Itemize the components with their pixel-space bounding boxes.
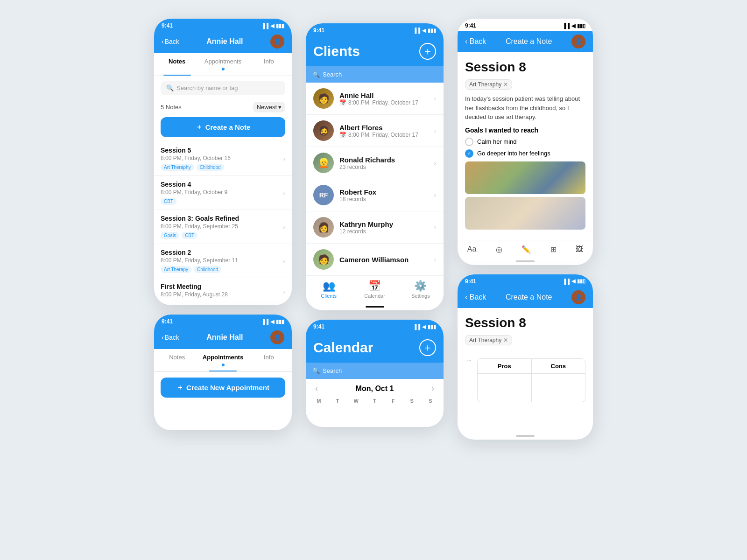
cal-next[interactable]: › xyxy=(431,384,434,393)
note-body-1: In today's session patient was telling a… xyxy=(465,94,585,122)
cal-nav: ‹ Mon, Oct 1 › xyxy=(306,379,444,396)
client-kathryn[interactable]: 👩 Kathryn Murphy 12 records › xyxy=(306,211,444,244)
search-cal[interactable]: 🔍 Search xyxy=(306,363,444,379)
avatar-kathryn: 👩 xyxy=(313,217,334,238)
pros-col[interactable] xyxy=(478,374,532,402)
pros-cons-body[interactable] xyxy=(478,374,585,402)
create-appointment-button[interactable]: ＋ Create New Appointment xyxy=(161,378,285,398)
time-2: 9:41 xyxy=(162,318,173,325)
clients-list: 🧑 Annie Hall 📅 8:00 PM, Friday, October … xyxy=(306,83,444,276)
pen-tool[interactable]: ✏️ xyxy=(521,245,531,254)
pros-cons-header: Pros Cons xyxy=(478,359,585,374)
session-item-5[interactable]: Session 5 8:00 PM, Friday, October 16 Ar… xyxy=(154,142,292,176)
tab-notes-2[interactable]: Notes xyxy=(154,349,200,371)
note-header-2: ‹ Back Create a Note 👤 xyxy=(458,287,593,308)
chevron-2: › xyxy=(283,257,285,265)
nav-title-1: Annie Hall xyxy=(206,37,243,46)
note-content-1: Session 8 Art Theraphy ✕ In today's sess… xyxy=(458,52,593,240)
client-albert[interactable]: 🧔 Albert Flores 📅 8:00 PM, Friday, Octob… xyxy=(306,115,444,147)
calendar-title: Calendar xyxy=(313,340,373,356)
back-button-1[interactable]: ‹ Back xyxy=(162,38,179,45)
session-item-2[interactable]: Session 2 8:00 PM, Friday, September 11 … xyxy=(154,244,292,278)
status-bar-note1: 9:41 ▐▐ ◀ ▮▮▯ xyxy=(458,19,593,31)
clients-phone: 9:41 ▐▐ ◀ ▮▮▮ Clients ＋ 🔍 Search 🧑 Annie xyxy=(306,23,444,310)
tab-appointments-1[interactable]: Appointments xyxy=(200,53,246,76)
grid-tool[interactable]: ⊞ xyxy=(550,245,557,254)
status-bar-cal: 9:41 ▐▐ ◀ ▮▮▮ xyxy=(306,320,444,332)
col-left: 9:41 ▐▐ ◀ ▮▮▮ ‹ Back Annie Hall 👤 Notes xyxy=(154,19,292,430)
time-cal: 9:41 xyxy=(313,323,324,330)
note-avatar-2: 👤 xyxy=(571,290,585,304)
client-ronald[interactable]: 👱 Ronald Richards 23 records › xyxy=(306,147,444,179)
back-button-2[interactable]: ‹ Back xyxy=(162,334,179,341)
image-tool[interactable]: 🖼 xyxy=(576,245,583,253)
bottom-nav-calendar[interactable]: 📅 Calendar xyxy=(352,280,397,299)
tab-info-2[interactable]: Info xyxy=(246,349,292,371)
goal-circle-2[interactable]: ✓ xyxy=(465,149,473,158)
cal-prev[interactable]: ‹ xyxy=(315,384,318,393)
note-back-2[interactable]: ‹ Back xyxy=(465,293,486,301)
search-icon-clients: 🔍 xyxy=(312,71,320,78)
art-image-2 xyxy=(465,197,585,230)
time-1: 9:41 xyxy=(162,22,173,29)
toolbar-row-1: 5 Notes Newest ▾ xyxy=(154,100,292,115)
note-content-2: Session 8 Art Theraphy ✕ ••• Pros Cons xyxy=(458,308,593,413)
search-bar-1[interactable]: 🔍 Search by name or tag xyxy=(161,81,285,95)
goal-circle-1[interactable] xyxy=(465,138,473,146)
tag-remove-1[interactable]: ✕ xyxy=(503,81,508,88)
pros-cons-table: Pros Cons xyxy=(477,358,585,402)
cons-col[interactable] xyxy=(532,374,585,402)
note-header-title-1: Create a Note xyxy=(506,37,552,46)
goal-1: Calm her mind xyxy=(465,138,585,146)
note-toolbar-1: Aa ◎ ✏️ ⊞ 🖼 xyxy=(458,240,593,258)
bottom-nav-settings[interactable]: ⚙️ Settings xyxy=(398,280,444,299)
calendar-icon: 📅 xyxy=(368,280,381,292)
notes-count: 5 Notes xyxy=(161,104,182,111)
note-screen-1: 9:41 ▐▐ ◀ ▮▮▯ ‹ Back Create a Note 👤 Ses… xyxy=(458,19,593,265)
pros-cons-wrapper: ••• Pros Cons xyxy=(465,355,585,406)
check-tool[interactable]: ◎ xyxy=(496,245,502,254)
avatar-albert: 🧔 xyxy=(313,120,334,141)
tab-dot-2 xyxy=(222,364,225,366)
session-item-first[interactable]: First Meeting 8:00 PM, Friday, August 28… xyxy=(154,278,292,305)
chevron-4: › xyxy=(283,189,285,196)
add-client-button[interactable]: ＋ xyxy=(419,43,436,60)
note-title-2: Session 8 xyxy=(465,315,585,330)
status-bar-note2: 9:41 ▐▐ ◀ ▮▮▯ xyxy=(458,274,593,287)
notes-phone: 9:41 ▐▐ ◀ ▮▮▮ ‹ Back Annie Hall 👤 Notes xyxy=(154,19,292,305)
bottom-nav-clients[interactable]: 👥 Clients xyxy=(306,280,352,299)
client-robert[interactable]: RF Robert Fox 18 records › xyxy=(306,179,444,211)
status-bar-clients: 9:41 ▐▐ ◀ ▮▮▮ xyxy=(306,23,444,35)
goal-2: ✓ Go deeper into her feelings xyxy=(465,149,585,158)
search-clients[interactable]: 🔍 Search xyxy=(306,66,444,83)
note-avatar-1: 👤 xyxy=(571,35,585,49)
session-item-3[interactable]: Session 3: Goals Refined 8:00 PM, Friday… xyxy=(154,210,292,244)
tab-appointments-2[interactable]: Appointments xyxy=(200,349,246,371)
session-item-4[interactable]: Session 4 8:00 PM, Friday, October 9 CBT… xyxy=(154,176,292,210)
tab-bar-1: Notes Appointments Info xyxy=(154,53,292,76)
col-mid: 9:41 ▐▐ ◀ ▮▮▮ Clients ＋ 🔍 Search 🧑 Annie xyxy=(306,23,444,427)
status-bar-1: 9:41 ▐▐ ◀ ▮▮▮ xyxy=(154,19,292,31)
avatar-2: 👤 xyxy=(270,330,284,344)
cal-date: Mon, Oct 1 xyxy=(356,385,394,393)
avatar-1: 👤 xyxy=(270,35,284,49)
search-icon-1: 🔍 xyxy=(166,84,174,91)
tab-notes-1[interactable]: Notes xyxy=(154,53,200,76)
font-tool[interactable]: Aa xyxy=(467,245,477,253)
add-calendar-button[interactable]: ＋ xyxy=(419,339,436,356)
client-annie[interactable]: 🧑 Annie Hall 📅 8:00 PM, Friday, October … xyxy=(306,83,444,115)
status-icons-2: ▐▐ ◀ ▮▮▮ xyxy=(261,319,284,325)
avatar-robert: RF xyxy=(313,185,334,205)
tag-remove-2[interactable]: ✕ xyxy=(503,337,508,343)
note-header-1: ‹ Back Create a Note 👤 xyxy=(458,31,593,52)
client-cameron[interactable]: 🧑 Cameron Williamson › xyxy=(306,244,444,276)
tab-info-1[interactable]: Info xyxy=(246,53,292,76)
status-icons-1: ▐▐ ◀ ▮▮▮ xyxy=(261,23,284,29)
sort-button[interactable]: Newest ▾ xyxy=(253,102,285,112)
note-back-1[interactable]: ‹ Back xyxy=(465,37,486,46)
cons-header: Cons xyxy=(532,359,585,373)
create-note-button[interactable]: ＋ Create a Note xyxy=(161,117,285,137)
avatar-cameron: 🧑 xyxy=(313,249,334,270)
avatar-annie: 🧑 xyxy=(313,88,334,109)
time-note2: 9:41 xyxy=(465,278,476,285)
